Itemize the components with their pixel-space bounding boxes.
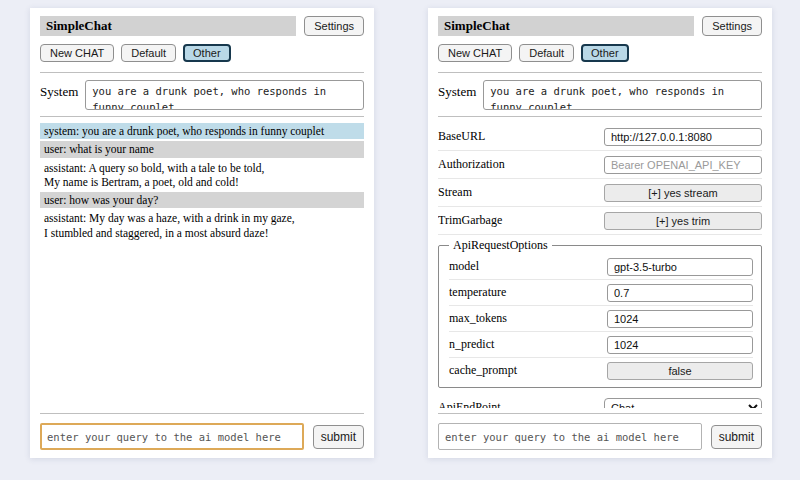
system-label: System [40, 80, 78, 110]
session-default-button[interactable]: Default [121, 44, 176, 62]
settings-button[interactable]: Settings [702, 16, 762, 36]
cache-prompt-toggle-button[interactable]: false [607, 362, 753, 380]
system-prompt-row: System you are a drunk poet, who respond… [438, 80, 762, 110]
query-input[interactable] [40, 423, 304, 450]
api-request-options-group: ApiRequestOptions model temperature max_… [438, 238, 762, 388]
new-chat-button[interactable]: New CHAT [438, 44, 512, 62]
chat-message-system: system: you are a drunk poet, who respon… [40, 123, 364, 139]
chat-message-assistant: assistant: A query so bold, with a tale … [40, 160, 364, 191]
setting-row-stream: Stream [+] yes stream [438, 179, 762, 207]
authorization-input[interactable] [604, 156, 762, 174]
query-row: submit [40, 423, 364, 450]
chat-messages: system: you are a drunk poet, who respon… [40, 123, 364, 408]
query-input[interactable] [438, 423, 702, 450]
divider [40, 72, 364, 73]
setting-label: ApiEndPoint [438, 400, 501, 408]
setting-label: Stream [438, 185, 472, 200]
submit-button[interactable]: submit [711, 425, 762, 449]
setting-row-cache-prompt: cache_prompt false [449, 358, 753, 383]
setting-label: max_tokens [449, 311, 507, 326]
divider [40, 413, 364, 414]
setting-label: cache_prompt [449, 363, 517, 378]
session-buttons: New CHAT Default Other [438, 44, 762, 62]
app-title: SimpleChat [438, 16, 694, 36]
system-prompt-input[interactable]: you are a drunk poet, who responds in fu… [483, 80, 762, 110]
system-prompt-input[interactable]: you are a drunk poet, who responds in fu… [85, 80, 364, 110]
page: SimpleChat Settings New CHAT Default Oth… [0, 0, 800, 480]
divider [438, 72, 762, 73]
setting-label: temperature [449, 285, 506, 300]
new-chat-button[interactable]: New CHAT [40, 44, 114, 62]
setting-label: model [449, 259, 479, 274]
api-endpoint-select[interactable]: Chat [604, 398, 762, 408]
api-request-options-legend: ApiRequestOptions [449, 238, 552, 253]
setting-row-authorization: Authorization [438, 151, 762, 179]
chat-panel: SimpleChat Settings New CHAT Default Oth… [30, 8, 374, 458]
setting-row-baseurl: BaseURL [438, 123, 762, 151]
title-bar: SimpleChat Settings [438, 16, 762, 36]
session-other-button[interactable]: Other [581, 44, 629, 62]
setting-row-n-predict: n_predict [449, 332, 753, 358]
divider [40, 116, 364, 117]
session-other-button[interactable]: Other [183, 44, 231, 62]
chat-message-user: user: what is your name [40, 141, 364, 157]
chat-message-user: user: how was your day? [40, 192, 364, 208]
model-input[interactable] [607, 258, 753, 276]
setting-label: BaseURL [438, 129, 485, 144]
setting-row-trimgarbage: TrimGarbage [+] yes trim [438, 207, 762, 235]
settings-list: BaseURL Authorization Stream [+] yes str… [438, 123, 762, 408]
setting-label: n_predict [449, 337, 494, 352]
setting-row-temperature: temperature [449, 280, 753, 306]
system-prompt-row: System you are a drunk poet, who respond… [40, 80, 364, 110]
query-row: submit [438, 423, 762, 450]
submit-button[interactable]: submit [313, 425, 364, 449]
system-label: System [438, 80, 476, 110]
setting-row-max-tokens: max_tokens [449, 306, 753, 332]
app-title: SimpleChat [40, 16, 296, 36]
setting-row-api-endpoint: ApiEndPoint Chat [438, 394, 762, 408]
temperature-input[interactable] [607, 284, 753, 302]
stream-toggle-button[interactable]: [+] yes stream [604, 184, 762, 202]
settings-panel: SimpleChat Settings New CHAT Default Oth… [428, 8, 772, 458]
trimgarbage-toggle-button[interactable]: [+] yes trim [604, 212, 762, 230]
session-buttons: New CHAT Default Other [40, 44, 364, 62]
setting-row-model: model [449, 254, 753, 280]
chat-message-assistant: assistant: My day was a haze, with a dri… [40, 210, 364, 241]
setting-label: TrimGarbage [438, 213, 502, 228]
n-predict-input[interactable] [607, 336, 753, 354]
session-default-button[interactable]: Default [519, 44, 574, 62]
title-bar: SimpleChat Settings [40, 16, 364, 36]
divider [438, 116, 762, 117]
max-tokens-input[interactable] [607, 310, 753, 328]
settings-button[interactable]: Settings [304, 16, 364, 36]
divider [438, 413, 762, 414]
setting-label: Authorization [438, 157, 505, 172]
baseurl-input[interactable] [604, 128, 762, 146]
